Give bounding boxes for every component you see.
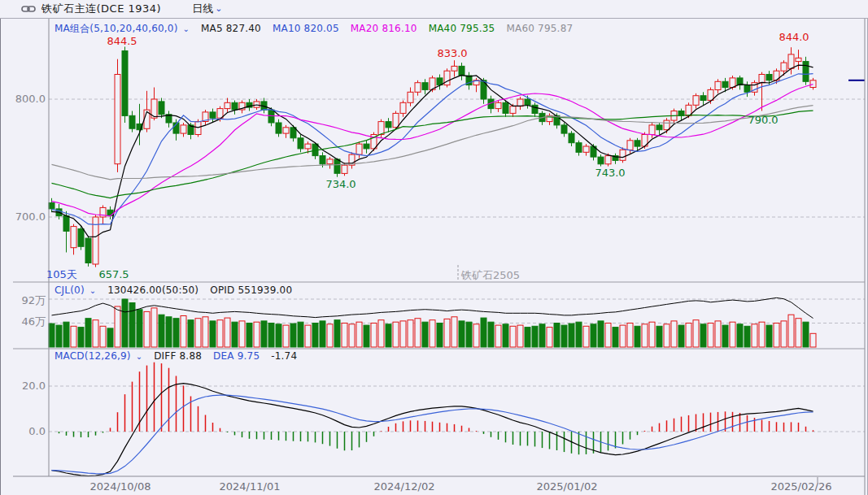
link-icon xyxy=(21,4,36,14)
instrument-title: 铁矿石主连(DCE 1934) xyxy=(41,2,161,16)
period-selector[interactable]: 日线 xyxy=(192,2,213,16)
macd-panel[interactable] xyxy=(49,350,865,476)
chart-canvas[interactable] xyxy=(0,0,868,495)
top-bar: 铁矿石主连(DCE 1934) 日线 ⌄ xyxy=(0,0,868,19)
chevron-down-icon[interactable]: ⌄ xyxy=(215,5,222,13)
volume-panel[interactable] xyxy=(49,283,865,349)
main-chart-panel[interactable] xyxy=(49,19,865,282)
